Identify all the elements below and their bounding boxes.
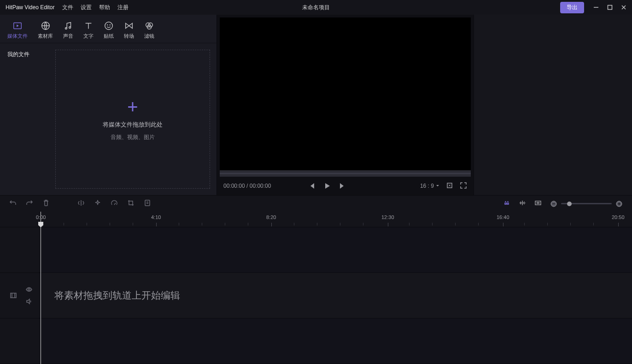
preview-scrub[interactable] <box>220 170 471 177</box>
waveform-button[interactable] <box>519 199 526 208</box>
zoom-knob[interactable] <box>567 202 572 206</box>
chevron-down-icon <box>436 184 439 188</box>
menu-settings[interactable]: 设置 <box>81 4 92 12</box>
svg-rect-0 <box>608 6 612 10</box>
smile-icon <box>104 21 114 31</box>
play-icon[interactable] <box>323 182 331 190</box>
zoom-slider[interactable] <box>550 200 623 208</box>
playhead[interactable] <box>41 212 41 364</box>
track-row-1[interactable] <box>42 227 632 273</box>
next-frame-icon[interactable] <box>339 182 346 190</box>
tab-label: 媒体文件 <box>7 33 28 40</box>
dropzone-text-1: 将媒体文件拖放到此处 <box>103 121 163 129</box>
maximize-icon[interactable] <box>607 5 613 10</box>
ruler-tick: 8:20 <box>266 214 276 220</box>
preview-time: 00:00:00 / 00:00:00 <box>223 183 271 189</box>
media-tabs: 媒体文件 素材库 声音 文字 贴纸 转场 <box>0 15 217 43</box>
zoom-in-button[interactable] <box>615 200 623 208</box>
project-title: 未命名项目 <box>302 4 330 12</box>
film-icon[interactable] <box>10 292 17 299</box>
gauge-button[interactable] <box>111 199 118 208</box>
tab-label: 素材库 <box>38 33 53 40</box>
tab-label: 贴纸 <box>104 33 114 40</box>
media-panel: 媒体文件 素材库 声音 文字 贴纸 转场 <box>0 15 217 195</box>
eye-icon[interactable] <box>25 286 33 293</box>
tab-label: 滤镜 <box>144 33 154 40</box>
track-row-2[interactable]: 将素材拖拽到轨道上开始编辑 <box>42 273 632 318</box>
filter-icon <box>144 21 154 31</box>
sidebar-item-my-files[interactable]: 我的文件 <box>6 48 48 61</box>
globe-icon <box>41 21 51 31</box>
timeline: 0:004:108:2012:3016:4020:50 将素材拖拽到轨道上开始编… <box>0 212 632 364</box>
magnet-button[interactable] <box>503 199 510 208</box>
tab-transitions[interactable]: 转场 <box>124 21 134 40</box>
minimize-icon[interactable] <box>593 5 599 10</box>
tab-media-files[interactable]: 媒体文件 <box>7 21 28 40</box>
timeline-toolbar <box>0 195 632 212</box>
media-body: 我的文件 + 将媒体文件拖放到此处 音频、视频、图片 <box>0 43 217 195</box>
note-button[interactable] <box>144 199 151 208</box>
tab-label: 声音 <box>63 33 73 40</box>
close-icon[interactable] <box>621 5 626 10</box>
fit-button[interactable] <box>534 199 542 208</box>
svg-point-7 <box>110 25 110 25</box>
speaker-icon[interactable] <box>25 298 33 305</box>
ruler-tick: 20:50 <box>612 214 625 220</box>
preview-video[interactable] <box>220 17 471 170</box>
zoom-out-button[interactable] <box>550 200 557 208</box>
svg-point-6 <box>107 25 108 25</box>
svg-rect-16 <box>11 293 16 298</box>
dropzone-text-2: 音频、视频、图片 <box>111 133 155 141</box>
track-header-1 <box>0 227 42 273</box>
speed-button[interactable] <box>94 199 101 208</box>
timeline-right-tools <box>503 199 623 208</box>
split-button[interactable] <box>77 199 85 208</box>
delete-button[interactable] <box>42 199 50 208</box>
titlebar: HitPaw Video Editor 文件 设置 帮助 注册 未命名项目 导出 <box>0 0 632 15</box>
dropzone-wrap: + 将媒体文件拖放到此处 音频、视频、图片 <box>53 43 217 195</box>
tab-audio[interactable]: 声音 <box>63 21 73 40</box>
export-button[interactable]: 导出 <box>560 2 584 13</box>
redo-button[interactable] <box>26 199 33 208</box>
top-section: 媒体文件 素材库 声音 文字 贴纸 转场 <box>0 15 632 195</box>
media-dropzone[interactable]: + 将媒体文件拖放到此处 音频、视频、图片 <box>55 50 210 189</box>
timeline-ruler[interactable]: 0:004:108:2012:3016:4020:50 <box>0 212 632 227</box>
track-row-3[interactable] <box>42 318 632 364</box>
tab-label: 转场 <box>124 33 134 40</box>
plus-icon: + <box>127 98 138 116</box>
ruler-tick: 12:30 <box>381 214 394 220</box>
prev-frame-icon[interactable] <box>308 182 315 190</box>
fullscreen-button[interactable] <box>460 182 467 191</box>
menu-bar: 文件 设置 帮助 注册 <box>62 4 129 12</box>
tab-label: 文字 <box>83 33 94 40</box>
aspect-ratio-selector[interactable]: 16 : 9 <box>420 183 439 189</box>
menu-help[interactable]: 帮助 <box>99 4 110 12</box>
tab-text[interactable]: 文字 <box>83 21 94 40</box>
svg-rect-12 <box>145 200 150 206</box>
svg-point-3 <box>65 28 67 29</box>
tab-filters[interactable]: 滤镜 <box>144 21 154 40</box>
svg-point-5 <box>105 22 113 30</box>
svg-point-4 <box>69 27 71 29</box>
text-icon <box>83 21 94 31</box>
track-header-2 <box>0 273 42 318</box>
app-name: HitPaw Video Editor <box>6 4 55 11</box>
svg-point-17 <box>28 289 30 290</box>
zoom-track[interactable] <box>561 203 612 204</box>
window-controls <box>590 5 626 10</box>
tab-stickers[interactable]: 贴纸 <box>104 21 114 40</box>
track-header-3 <box>0 318 42 364</box>
music-icon <box>63 21 73 31</box>
menu-register[interactable]: 注册 <box>117 4 129 12</box>
menu-file[interactable]: 文件 <box>62 4 73 12</box>
track-drop-hint: 将素材拖拽到轨道上开始编辑 <box>54 289 180 302</box>
crop-button[interactable] <box>127 199 135 208</box>
timeline-tracks: 将素材拖拽到轨道上开始编辑 <box>0 227 632 364</box>
track-headers <box>0 227 42 364</box>
crop-button[interactable] <box>446 182 453 191</box>
undo-button[interactable] <box>9 199 17 208</box>
track-rows: 将素材拖拽到轨道上开始编辑 <box>42 227 632 364</box>
media-sidebar: 我的文件 <box>0 43 53 195</box>
tab-stock[interactable]: 素材库 <box>38 21 53 40</box>
preview-panel: 00:00:00 / 00:00:00 16 : 9 <box>217 15 474 195</box>
